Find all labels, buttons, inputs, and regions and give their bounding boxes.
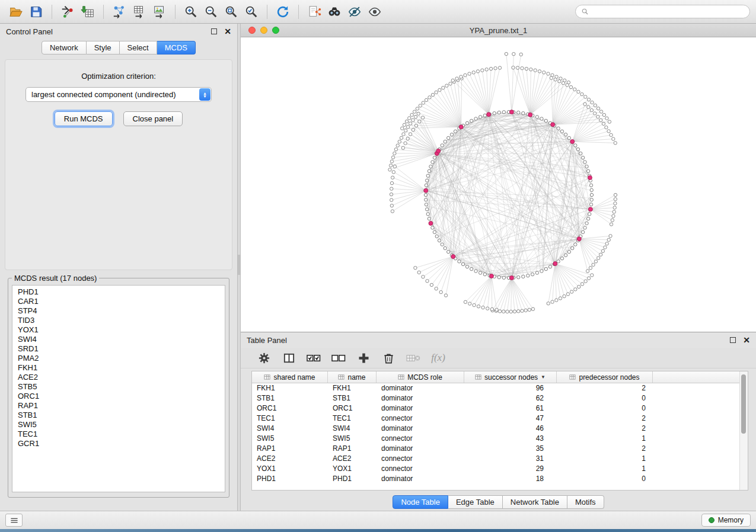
zoom-fit-button[interactable] — [221, 3, 241, 21]
column-header-name[interactable]: name — [328, 371, 377, 383]
splitter-handle[interactable] — [238, 255, 240, 275]
table-scrollbar[interactable] — [739, 371, 748, 490]
search-network-icon — [327, 5, 342, 19]
table-row[interactable]: SWI5SWI5connector431 — [252, 434, 748, 444]
export-network-button[interactable] — [109, 3, 129, 21]
table-scrollbar-thumb[interactable] — [741, 374, 746, 434]
result-node-item[interactable]: FKH1 — [12, 363, 225, 373]
result-node-item[interactable]: STB1 — [12, 411, 225, 420]
column-grid-icon — [398, 374, 404, 380]
control-panel-header: Control Panel ✕ — [0, 24, 237, 39]
function-builder-button[interactable]: f(x) — [430, 350, 446, 366]
mcds-result-list[interactable]: PHD1CAR1STP4TID3YOX1SWI4SRD1PMA2FKH1ACE2… — [12, 285, 225, 492]
import-table-icon — [81, 5, 95, 19]
result-node-item[interactable]: PMA2 — [12, 354, 225, 363]
result-node-item[interactable]: SWI5 — [12, 420, 225, 430]
minimize-window-icon[interactable] — [260, 27, 267, 34]
column-layout-button[interactable] — [281, 350, 296, 366]
table-row[interactable]: TEC1TEC1connector472 — [252, 414, 748, 424]
search-network-button[interactable] — [324, 3, 344, 21]
open-session-button[interactable] — [6, 3, 26, 21]
zoom-selected-button[interactable] — [241, 3, 261, 21]
cell-pred: 0 — [557, 474, 653, 484]
tab-mcds[interactable]: MCDS — [157, 41, 196, 55]
result-node-item[interactable]: TEC1 — [12, 430, 225, 439]
tab-network-table[interactable]: Network Table — [503, 495, 567, 509]
zoom-out-button[interactable] — [201, 3, 221, 21]
tab-network[interactable]: Network — [42, 41, 87, 55]
memory-label: Memory — [718, 516, 744, 524]
cell-role: connector — [377, 414, 464, 424]
column-header-predecessor-nodes[interactable]: predecessor nodes — [557, 371, 653, 383]
maximize-window-icon[interactable] — [272, 27, 279, 34]
run-mcds-button[interactable]: Run MCDS — [55, 111, 113, 126]
cell-succ: 35 — [464, 444, 557, 454]
import-network-icon — [60, 5, 75, 19]
import-table-button[interactable] — [78, 3, 98, 21]
import-network-button[interactable] — [58, 3, 78, 21]
delete-column-button[interactable] — [406, 350, 421, 366]
delete-row-icon — [382, 352, 395, 364]
table-row[interactable]: SWI4SWI4dominator462 — [252, 424, 748, 434]
save-session-button[interactable] — [26, 3, 46, 21]
refresh-layout-button[interactable] — [273, 3, 293, 21]
table-row[interactable]: FKH1FKH1dominator962 — [252, 383, 748, 393]
search-input[interactable] — [592, 7, 744, 17]
cell-pred: 0 — [557, 403, 653, 414]
delete-row-button[interactable] — [381, 350, 396, 366]
table-row[interactable]: STB1STB1dominator620 — [252, 393, 748, 403]
result-node-item[interactable]: STP4 — [12, 306, 225, 316]
close-window-icon[interactable] — [248, 27, 256, 34]
task-history-button[interactable] — [5, 514, 23, 527]
table-row[interactable]: RAP1RAP1dominator352 — [252, 444, 748, 454]
float-table-panel-icon[interactable] — [730, 337, 736, 343]
column-header-shared-name[interactable]: shared name — [252, 371, 328, 383]
result-node-item[interactable]: YOX1 — [12, 325, 225, 335]
show-graphics-button[interactable] — [365, 3, 385, 21]
result-node-item[interactable]: GCR1 — [12, 439, 225, 448]
result-node-item[interactable]: TID3 — [12, 316, 225, 325]
tab-select[interactable]: Select — [120, 41, 157, 55]
select-all-button[interactable] — [306, 350, 321, 366]
result-node-item[interactable]: PHD1 — [12, 287, 225, 297]
tab-edge-table[interactable]: Edge Table — [448, 495, 503, 509]
network-graph[interactable] — [241, 37, 756, 332]
close-panel-button[interactable]: Close panel — [123, 111, 183, 126]
float-panel-icon[interactable] — [211, 28, 217, 34]
result-node-item[interactable]: STB5 — [12, 382, 225, 392]
settings-gear-button[interactable] — [256, 350, 272, 366]
control-panel-title: Control Panel — [6, 27, 53, 36]
add-row-button[interactable] — [356, 350, 371, 366]
network-canvas[interactable] — [241, 37, 756, 332]
tab-node-table[interactable]: Node Table — [393, 495, 448, 509]
result-node-item[interactable]: ORC1 — [12, 392, 225, 401]
memory-button[interactable]: Memory — [701, 514, 751, 527]
cell-pred: 0 — [557, 393, 653, 403]
close-panel-icon[interactable]: ✕ — [224, 27, 231, 36]
tab-motifs[interactable]: Motifs — [567, 495, 604, 509]
table-row[interactable]: ORC1ORC1dominator610 — [252, 403, 748, 414]
export-image-button[interactable] — [149, 3, 170, 21]
result-node-item[interactable]: RAP1 — [12, 401, 225, 411]
result-node-item[interactable]: SWI4 — [12, 335, 225, 344]
table-panel: Table Panel ✕ f(x) shared namenameMCDS r… — [241, 332, 756, 511]
table-row[interactable]: YOX1YOX1connector291 — [252, 464, 748, 474]
criterion-dropdown[interactable]: largest connected component (undirected)… — [25, 87, 212, 102]
zoom-in-button[interactable] — [181, 3, 201, 21]
share-document-icon — [307, 5, 321, 19]
column-header-MCDS-role[interactable]: MCDS role — [377, 371, 464, 383]
result-node-item[interactable]: SRD1 — [12, 344, 225, 354]
tab-style[interactable]: Style — [87, 41, 120, 55]
result-node-item[interactable]: ACE2 — [12, 373, 225, 382]
result-node-item[interactable]: CAR1 — [12, 297, 225, 306]
share-document-button[interactable] — [304, 3, 324, 21]
toolbar-icon-group — [6, 3, 385, 21]
search-field[interactable] — [575, 5, 750, 18]
table-row[interactable]: PHD1PHD1dominator180 — [252, 474, 748, 484]
table-row[interactable]: ACE2ACE2connector311 — [252, 454, 748, 464]
close-table-panel-icon[interactable]: ✕ — [743, 336, 750, 344]
export-table-button[interactable] — [129, 3, 149, 21]
deselect-all-button[interactable] — [331, 350, 346, 366]
hide-graphics-button[interactable] — [344, 3, 365, 21]
column-header-successor-nodes[interactable]: successor nodes▼ — [464, 371, 557, 383]
